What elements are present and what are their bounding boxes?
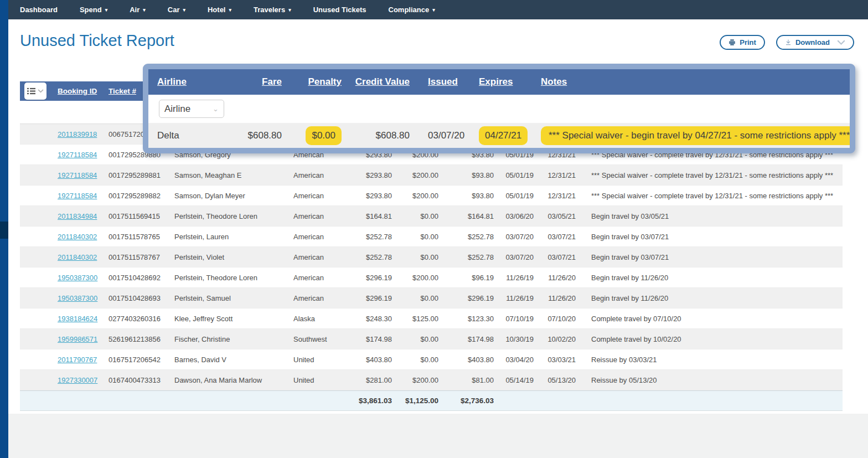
column-picker-chevron-icon — [38, 89, 44, 93]
overlay-column-header-notes[interactable]: Notes — [524, 76, 850, 88]
issued-date: 10/30/19 — [494, 335, 536, 343]
issued-date: 11/26/19 — [494, 294, 536, 302]
left-rail — [0, 0, 8, 458]
content-footer-area — [8, 414, 868, 458]
nav-item-air[interactable]: Air▾ — [118, 0, 157, 19]
notes-text: Begin travel by 11/26/20 — [578, 294, 843, 302]
chevron-down-icon: ▾ — [143, 7, 146, 13]
overlay-issued: 03/07/20 — [412, 130, 466, 141]
overlay-column-header-expires[interactable]: Expires — [466, 76, 524, 88]
traveler-name: Dawson, Ana Maria Marlow — [174, 376, 293, 384]
overlay-credit-value: $608.80 — [344, 130, 412, 141]
credit-value: $96.19 — [438, 274, 494, 282]
notes-text: Begin travel by 03/05/21 — [578, 212, 843, 220]
booking-id-link[interactable]: 1959986571 — [58, 335, 97, 343]
notes-text: Complete travel by 10/02/20 — [578, 335, 843, 343]
nav-item-unused-tickets[interactable]: Unused Tickets — [302, 0, 378, 19]
airline-name: American — [293, 192, 343, 200]
ticket-number: 0017510428692 — [108, 274, 174, 282]
booking-id-link[interactable]: 2011840302 — [58, 253, 97, 261]
airline-name: American — [293, 171, 343, 179]
airline-name: American — [293, 212, 343, 220]
nav-item-dashboard[interactable]: Dashboard — [20, 0, 69, 19]
ticket-number: 0017511578765 — [108, 233, 174, 241]
select-chevron-icon: ⌄ — [213, 105, 219, 113]
booking-id-link[interactable]: 1927330007 — [58, 376, 97, 384]
penalty-value: $0.00 — [392, 335, 438, 343]
table-row: 19273300070167400473313Dawson, Ana Maria… — [20, 370, 843, 390]
overlay-column-header-label: Airline — [157, 76, 187, 87]
traveler-name: Perlstein, Lauren — [174, 233, 293, 241]
expires-date: 11/26/20 — [536, 294, 578, 302]
booking-id-link[interactable]: 2011840302 — [58, 233, 97, 241]
ticket-number: 0167517206542 — [108, 356, 174, 364]
airline-name: Southwest — [293, 335, 343, 343]
booking-id-link[interactable]: 2011834984 — [58, 212, 97, 220]
nav-item-hotel[interactable]: Hotel▾ — [197, 0, 242, 19]
booking-id-link[interactable]: 1938184624 — [58, 315, 97, 323]
print-label: Print — [740, 38, 756, 47]
issued-date: 05/14/19 — [494, 376, 536, 384]
chevron-down-icon: ▾ — [229, 7, 231, 13]
issued-date: 05/01/19 — [494, 171, 536, 179]
credit-value: $93.80 — [438, 171, 494, 179]
traveler-name: Perlstein, Theodore Loren — [174, 274, 293, 282]
fare-value: $293.80 — [343, 171, 392, 179]
traveler-name: Barnes, David V — [174, 356, 293, 364]
ticket-number: 0017295289881 — [108, 171, 174, 179]
table-row: 20118403020017511578767Perlstein, Violet… — [20, 247, 843, 267]
overlay-penalty-highlight: $0.00 — [306, 126, 342, 145]
traveler-name: Samson, Dylan Meyer — [174, 192, 293, 200]
table-row: 19271185840017295289882Samson, Dylan Mey… — [20, 186, 843, 206]
table-row: 19503873000017510428693Perlstein, Samuel… — [20, 288, 843, 308]
nav-item-compliance[interactable]: Compliance▾ — [378, 0, 446, 19]
nav-item-label: Unused Tickets — [313, 6, 366, 14]
ticket-number: 0017295289882 — [108, 192, 174, 200]
overlay-column-header-label: Notes — [541, 76, 567, 87]
issued-date: 03/04/20 — [494, 356, 536, 364]
notes-text: Begin travel by 03/07/21 — [578, 253, 843, 261]
column-list-icon — [27, 88, 35, 95]
expires-date: 12/31/21 — [536, 192, 578, 200]
print-button[interactable]: Print — [720, 35, 765, 50]
booking-id-link[interactable]: 1927118584 — [58, 171, 97, 179]
airline-filter-select[interactable]: Airline ⌄ — [159, 100, 224, 118]
credit-value: $81.00 — [438, 376, 494, 384]
fare-value: $296.19 — [343, 274, 392, 282]
overlay-column-header-issued[interactable]: Issued — [412, 76, 466, 88]
nav-item-spend[interactable]: Spend▾ — [69, 0, 118, 19]
penalty-value: $200.00 — [392, 171, 438, 179]
booking-id-link[interactable]: 1927118584 — [58, 192, 97, 200]
booking-id-link[interactable]: 2011839918 — [58, 130, 97, 138]
nav-item-travelers[interactable]: Travelers▾ — [242, 0, 302, 19]
airline-name: American — [293, 294, 343, 302]
credit-value: $296.19 — [438, 294, 494, 302]
penalty-value: $0.00 — [392, 253, 438, 261]
overlay-column-header-penalty[interactable]: Penalty — [284, 76, 344, 88]
overlay-column-header-fare[interactable]: Fare — [226, 76, 284, 88]
fare-value: $296.19 — [343, 294, 392, 302]
toolbar: Print Download — [720, 35, 854, 50]
booking-id-link[interactable]: 2011790767 — [58, 356, 97, 364]
issued-date: 03/07/20 — [494, 253, 536, 261]
notes-text: *** Special waiver - complete travel by … — [578, 171, 843, 179]
fare-value: $403.80 — [343, 356, 392, 364]
booking-id-link[interactable]: 1950387300 — [58, 274, 97, 282]
expires-date: 05/13/20 — [536, 376, 578, 384]
airline-name: American — [293, 233, 343, 241]
penalty-value: $0.00 — [392, 233, 438, 241]
table-body: 2011839918006751720Delta$608.80$0.00$608… — [20, 124, 843, 390]
overlay-column-header-airline[interactable]: Airline — [148, 76, 226, 88]
nav-item-car[interactable]: Car▾ — [157, 0, 197, 19]
penalty-value: $0.00 — [392, 212, 438, 220]
total-fare: $3,861.03 — [343, 397, 392, 405]
fare-value: $252.78 — [343, 233, 392, 241]
download-button[interactable]: Download — [776, 35, 854, 50]
column-picker-button[interactable] — [24, 83, 46, 100]
booking-id-link[interactable]: 1950387300 — [58, 294, 97, 302]
overlay-column-header-credit-value[interactable]: Credit Value — [344, 76, 412, 88]
airline-filter-value: Airline — [164, 104, 190, 115]
booking-id-link[interactable]: 1927118584 — [58, 151, 97, 159]
chevron-down-icon: ▾ — [105, 7, 108, 13]
chevron-down-icon: ▾ — [432, 7, 435, 13]
